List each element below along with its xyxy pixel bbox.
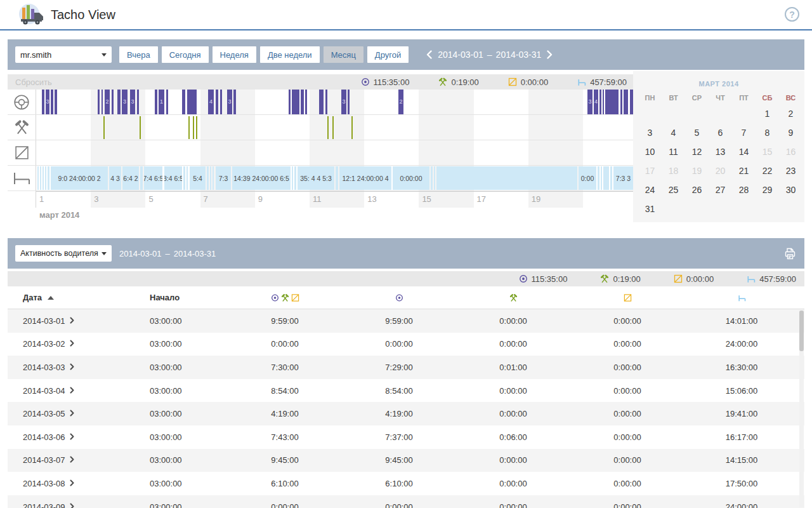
work-total-stat: 0:19:00 — [438, 77, 478, 87]
table-row-2014-03-05[interactable]: 2014-03-0503:00:004:19:004:19:000:00:000… — [8, 402, 804, 425]
calendar-day-7[interactable]: 7 — [732, 123, 756, 142]
calendar-day-18[interactable]: 18 — [662, 161, 685, 180]
table-row-2014-03-07[interactable]: 2014-03-0703:00:009:45:009:45:000:00:000… — [8, 449, 804, 472]
expand-row-icon[interactable] — [70, 409, 74, 418]
activity-table: Дата Начало 2014-03-0103:00:009:59:009:5… — [8, 286, 804, 508]
row-date[interactable]: 2014-03-09 — [23, 502, 150, 508]
expand-row-icon[interactable] — [70, 339, 74, 349]
cell-driving: 7:29:00 — [342, 363, 456, 372]
column-header-date[interactable]: Дата — [23, 293, 150, 302]
range-button-month[interactable]: Месяц — [324, 46, 363, 63]
driving-bar — [292, 90, 299, 114]
calendar-day-11[interactable]: 11 — [662, 142, 685, 161]
row-date[interactable]: 2014-03-07 — [23, 455, 150, 465]
calendar-day-6[interactable]: 6 — [709, 123, 732, 142]
table-header-row: Дата Начало — [8, 286, 804, 309]
calendar-day-25[interactable]: 25 — [662, 180, 685, 199]
calendar-day-20[interactable]: 20 — [709, 161, 732, 180]
calendar-day-29[interactable]: 29 — [756, 180, 779, 199]
row-date[interactable]: 2014-03-02 — [23, 339, 150, 349]
calendar-empty-cell — [709, 199, 732, 218]
calendar-day-28[interactable]: 28 — [732, 180, 756, 199]
calendar-day-22[interactable]: 22 — [756, 161, 779, 180]
table-row-2014-03-09[interactable]: 2014-03-0903:00:000:00:000:00:000:00:000… — [8, 495, 804, 508]
calendar-day-24[interactable]: 24 — [638, 180, 662, 199]
driving-bar — [55, 90, 57, 114]
help-button[interactable]: ? — [785, 7, 799, 22]
calendar-day-31[interactable]: 31 — [638, 199, 662, 218]
table-scrollbar[interactable] — [799, 311, 804, 507]
range-button-two-weeks[interactable]: Две недели — [260, 46, 320, 63]
expand-row-icon[interactable] — [70, 386, 74, 396]
row-date[interactable]: 2014-03-04 — [23, 386, 150, 396]
expand-row-icon[interactable] — [70, 455, 74, 465]
day-stripe — [419, 115, 473, 140]
column-header-rest[interactable] — [684, 293, 799, 302]
row-date[interactable]: 2014-03-01 — [23, 316, 150, 326]
driver-select[interactable]: mr.smith — [15, 46, 112, 63]
calendar-day-23[interactable]: 23 — [779, 161, 802, 180]
calendar-day-4[interactable]: 4 — [662, 123, 685, 142]
row-date[interactable]: 2014-03-03 — [23, 363, 150, 372]
calendar-day-17[interactable]: 17 — [638, 161, 662, 180]
range-button-week[interactable]: Неделя — [213, 46, 256, 63]
table-row-2014-03-03[interactable]: 2014-03-0303:00:007:30:007:29:000:01:000… — [8, 356, 804, 379]
row-date[interactable]: 2014-03-08 — [23, 479, 150, 488]
calendar-day-30[interactable]: 30 — [779, 180, 802, 199]
expand-row-icon[interactable] — [70, 363, 74, 372]
calendar-day-16[interactable]: 16 — [779, 142, 802, 161]
calendar-day-19[interactable]: 19 — [685, 161, 709, 180]
prev-period-button[interactable] — [426, 50, 432, 59]
calendar-day-26[interactable]: 26 — [685, 180, 709, 199]
table-row-2014-03-08[interactable]: 2014-03-0803:00:006:10:006:10:000:00:000… — [8, 472, 804, 495]
print-button[interactable] — [783, 247, 797, 260]
scrollbar-thumb[interactable] — [799, 311, 804, 351]
table-row-2014-03-04[interactable]: 2014-03-0403:00:008:54:008:54:000:00:000… — [8, 379, 804, 403]
expand-row-icon[interactable] — [70, 502, 74, 508]
row-date[interactable]: 2014-03-06 — [23, 432, 150, 442]
column-header-availability[interactable] — [570, 293, 684, 302]
calendar-day-10[interactable]: 10 — [638, 142, 662, 161]
date-range-nav: 2014-03-01–2014-03-31 — [426, 50, 553, 60]
calendar-day-2[interactable]: 2 — [779, 104, 802, 123]
calendar-day-27[interactable]: 27 — [709, 180, 732, 199]
row-date[interactable]: 2014-03-05 — [23, 409, 150, 418]
reset-zoom-button[interactable]: Сбросить — [15, 77, 52, 87]
range-button-other[interactable]: Другой — [367, 46, 409, 63]
timeline-axis: 135791113151719 — [8, 191, 633, 208]
expand-row-icon[interactable] — [70, 432, 74, 442]
range-button-today[interactable]: Сегодня — [162, 46, 209, 63]
calendar-day-12[interactable]: 12 — [685, 142, 709, 161]
cell-availability: 0:00:00 — [570, 339, 684, 349]
chart-summary-bar: Сбросить 115:35:00 0:19:00 0:00:00 457:5… — [8, 74, 633, 90]
column-header-work[interactable] — [456, 293, 570, 302]
table-row-2014-03-01[interactable]: 2014-03-0103:00:009:59:009:59:000:00:000… — [8, 309, 804, 333]
calendar-day-15[interactable]: 15 — [756, 142, 779, 161]
calendar-day-3[interactable]: 3 — [638, 123, 662, 142]
calendar-day-1[interactable]: 1 — [756, 104, 779, 123]
expand-row-icon[interactable] — [70, 316, 74, 326]
calendar-day-5[interactable]: 5 — [685, 123, 709, 142]
rest-segment: 4 3 — [109, 166, 121, 190]
calendar-day-9[interactable]: 9 — [779, 123, 802, 142]
next-period-button[interactable] — [547, 50, 553, 59]
calendar-day-13[interactable]: 13 — [709, 142, 732, 161]
rest-segment: 9:0 24:00:00 2 — [51, 166, 108, 190]
report-type-select[interactable]: Активность водителя — [15, 245, 112, 262]
calendar-day-8[interactable]: 8 — [756, 123, 779, 142]
column-header-start[interactable]: Начало — [150, 293, 228, 302]
column-header-driving[interactable] — [342, 293, 456, 302]
calendar-day-21[interactable]: 21 — [732, 161, 756, 180]
range-button-yesterday[interactable]: Вчера — [119, 46, 158, 63]
table-row-2014-03-06[interactable]: 2014-03-0603:00:007:43:007:37:000:06:000… — [8, 425, 804, 449]
table-row-2014-03-02[interactable]: 2014-03-0203:00:000:00:000:00:000:00:000… — [8, 333, 804, 356]
rest-segment — [434, 166, 435, 190]
work-bar — [351, 116, 353, 139]
expand-row-icon[interactable] — [70, 479, 74, 488]
calendar-day-14[interactable]: 14 — [732, 142, 756, 161]
column-header-activity-total[interactable] — [228, 293, 342, 302]
axis-day-label: 11 — [313, 194, 322, 204]
driving-bar — [305, 90, 307, 114]
driving-bar: 3 — [130, 90, 135, 114]
driving-icon — [271, 293, 279, 302]
